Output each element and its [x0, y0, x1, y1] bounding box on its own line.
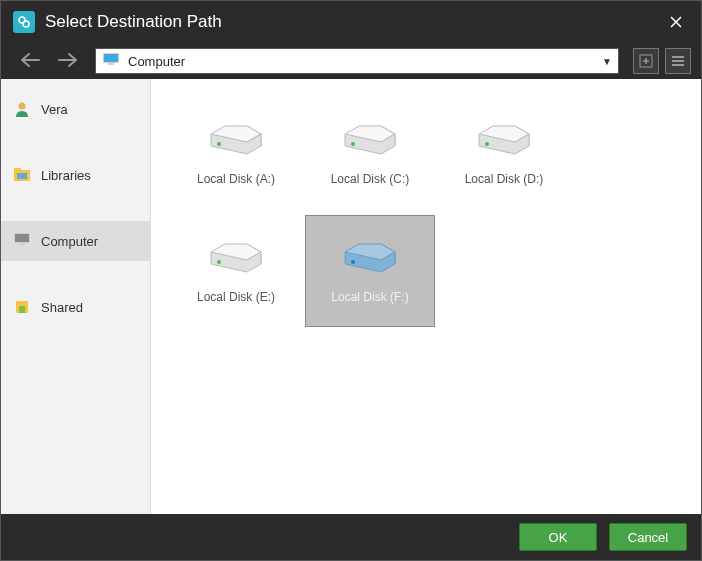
sidebar-item-shared[interactable]: Shared — [1, 287, 150, 327]
libraries-icon — [13, 166, 31, 184]
app-icon — [13, 11, 35, 33]
drive-item-d[interactable]: Local Disk (D:) — [439, 97, 569, 209]
body: Vera Libraries Computer Shared — [1, 79, 701, 514]
drive-label: Local Disk (C:) — [331, 172, 410, 186]
svg-rect-11 — [14, 168, 21, 171]
new-folder-button[interactable] — [633, 48, 659, 74]
svg-rect-4 — [108, 63, 114, 65]
svg-rect-12 — [17, 173, 27, 179]
drive-item-f[interactable]: Local Disk (F:) — [305, 215, 435, 327]
drive-label: Local Disk (E:) — [197, 290, 275, 304]
path-label: Computer — [128, 54, 602, 69]
back-button[interactable] — [11, 46, 49, 76]
titlebar: Select Destination Path — [1, 1, 701, 43]
disk-icon — [209, 238, 263, 278]
view-button[interactable] — [665, 48, 691, 74]
content-area: Local Disk (A:) Local Disk (C:) — [151, 79, 701, 514]
sidebar-item-vera[interactable]: Vera — [1, 89, 150, 129]
drive-item-e[interactable]: Local Disk (E:) — [171, 215, 301, 327]
ok-button[interactable]: OK — [519, 523, 597, 551]
svg-point-32 — [217, 260, 221, 264]
drive-label: Local Disk (A:) — [197, 172, 275, 186]
dialog: Select Destination Path Computer ▼ — [0, 0, 702, 561]
computer-icon — [13, 232, 31, 250]
drive-label: Local Disk (F:) — [331, 290, 408, 304]
svg-point-9 — [19, 103, 26, 110]
svg-rect-15 — [19, 243, 25, 245]
disk-icon — [477, 120, 531, 160]
svg-point-28 — [485, 142, 489, 146]
chevron-down-icon[interactable]: ▼ — [602, 56, 612, 67]
sidebar-item-label: Libraries — [41, 168, 91, 183]
svg-rect-14 — [15, 234, 29, 242]
user-icon — [13, 100, 31, 118]
disk-icon — [209, 120, 263, 160]
svg-point-36 — [351, 260, 355, 264]
navbar: Computer ▼ — [1, 43, 701, 79]
forward-button[interactable] — [49, 46, 87, 76]
drive-label: Local Disk (D:) — [465, 172, 544, 186]
drive-item-c[interactable]: Local Disk (C:) — [305, 97, 435, 209]
shared-icon — [13, 298, 31, 316]
footer: OK Cancel — [1, 514, 701, 560]
svg-point-1 — [23, 21, 29, 27]
svg-rect-8 — [672, 64, 684, 66]
cancel-button[interactable]: Cancel — [609, 523, 687, 551]
svg-point-20 — [217, 142, 221, 146]
sidebar-item-label: Vera — [41, 102, 68, 117]
svg-rect-3 — [104, 54, 118, 62]
dialog-title: Select Destination Path — [45, 12, 659, 32]
close-icon[interactable] — [659, 3, 693, 41]
path-box[interactable]: Computer ▼ — [95, 48, 619, 74]
svg-rect-7 — [672, 60, 684, 62]
sidebar-item-computer[interactable]: Computer — [1, 221, 150, 261]
disk-icon — [343, 238, 397, 278]
drive-item-a[interactable]: Local Disk (A:) — [171, 97, 301, 209]
sidebar-item-label: Computer — [41, 234, 98, 249]
sidebar-item-libraries[interactable]: Libraries — [1, 155, 150, 195]
svg-rect-6 — [672, 56, 684, 58]
sidebar-item-label: Shared — [41, 300, 83, 315]
sidebar: Vera Libraries Computer Shared — [1, 79, 151, 514]
svg-point-24 — [351, 142, 355, 146]
computer-icon — [102, 52, 120, 70]
disk-icon — [343, 120, 397, 160]
